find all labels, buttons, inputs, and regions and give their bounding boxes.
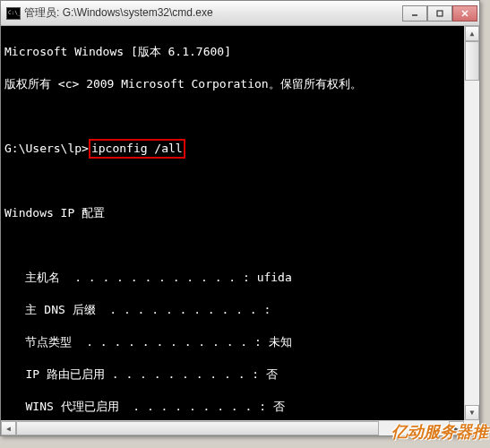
hostname-value: ufida: [257, 271, 292, 284]
section-ipconfig: Windows IP 配置: [4, 205, 476, 221]
titlebar[interactable]: 管理员: G:\Windows\system32\cmd.exe: [1, 1, 479, 26]
scroll-up-button[interactable]: ▲: [465, 26, 479, 41]
row-dns-suffix: 主 DNS 后缀 . . . . . . . . . . . :: [4, 302, 476, 318]
vertical-scrollbar[interactable]: ▲ ▼: [464, 26, 479, 420]
horizontal-scrollbar[interactable]: ◀ ▶: [1, 420, 464, 435]
maximize-icon: [435, 9, 444, 18]
row-wins: WINS 代理已启用 . . . . . . . . . : 否: [4, 399, 476, 415]
scroll-thumb-h[interactable]: [16, 421, 379, 435]
command-text: ipconfig /all: [91, 142, 183, 155]
minimize-icon: [410, 9, 419, 18]
blank: [4, 108, 476, 125]
blank: [4, 173, 476, 189]
row-iprouting: IP 路由已启用 . . . . . . . . . . : 否: [4, 366, 476, 383]
scroll-thumb-v[interactable]: [465, 41, 479, 81]
minimize-button[interactable]: [402, 5, 427, 22]
scrollbar-corner: [464, 420, 479, 435]
window-controls: [402, 5, 477, 22]
header-line-2: 版权所有 <c> 2009 Microsoft Corporation。保留所有…: [4, 76, 476, 92]
header-line-1: Microsoft Windows [版本 6.1.7600]: [4, 44, 476, 60]
scroll-down-button[interactable]: ▼: [465, 405, 479, 420]
close-button[interactable]: [452, 5, 477, 22]
nodetype-value: 未知: [269, 335, 292, 349]
scroll-left-button[interactable]: ◀: [1, 421, 16, 435]
row-hostname: 主机名 . . . . . . . . . . . . : ufida: [4, 270, 476, 286]
cmd-icon: [6, 7, 21, 20]
maximize-button[interactable]: [427, 5, 452, 22]
terminal-output[interactable]: Microsoft Windows [版本 6.1.7600] 版权所有 <c>…: [1, 26, 479, 435]
row-nodetype: 节点类型 . . . . . . . . . . . . : 未知: [4, 334, 476, 350]
iprouting-value: 否: [266, 367, 278, 381]
prompt-line: G:\Users\lp>ipconfig /all: [4, 141, 476, 157]
scroll-right-button[interactable]: ▶: [449, 421, 464, 435]
prompt-path: G:\Users\lp>: [4, 142, 89, 155]
svg-rect-1: [437, 11, 443, 16]
command-highlight: ipconfig /all: [89, 139, 185, 159]
wins-value: 否: [273, 400, 285, 413]
close-icon: [460, 9, 469, 18]
blank: [4, 237, 476, 254]
cmd-window: 管理员: G:\Windows\system32\cmd.exe Microso…: [0, 0, 480, 436]
window-title: 管理员: G:\Windows\system32\cmd.exe: [24, 5, 402, 21]
